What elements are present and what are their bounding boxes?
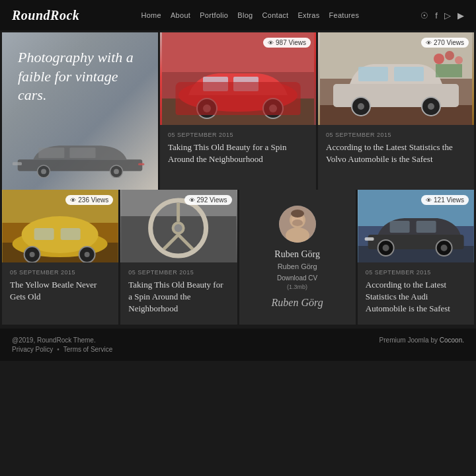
card-r2-beetle-body: 05 SEPTEMBER 2015 The Yellow Beatle Neve… — [2, 262, 118, 325]
footer-copyright: @2019, RoundRock Theme. — [12, 337, 112, 344]
eye-icon-steering — [189, 196, 195, 204]
svg-point-42 — [30, 252, 35, 257]
site-logo[interactable]: RoundRock — [12, 8, 79, 23]
eye-icon — [268, 39, 274, 46]
author-download[interactable]: Download CV — [277, 274, 317, 282]
nav-features[interactable]: Features — [329, 11, 359, 19]
svg-rect-8 — [138, 163, 144, 165]
svg-rect-64 — [416, 221, 436, 233]
svg-point-18 — [269, 104, 277, 112]
svg-rect-63 — [389, 221, 409, 233]
author-card: Ruben Görg Ruben Görg Download CV (1.3mb… — [239, 190, 356, 325]
card-r2-steering-date: 05 SEPTEMBER 2015 — [128, 269, 229, 276]
card-r1-1-body: 05 SEPTEMBER 2015 Taking This Old Beauty… — [160, 125, 316, 190]
svg-point-44 — [85, 252, 90, 257]
card-r1-2-body: 05 SEPTEMBER 2015 According to the Lates… — [318, 125, 474, 190]
card-r2-beetle-image: 236 Views — [2, 190, 118, 262]
card-r1-2-date: 05 SEPTEMBER 2015 — [326, 132, 466, 138]
svg-point-55 — [286, 227, 309, 243]
footer-right: Premium Joomla by Cocoon. — [379, 337, 464, 344]
svg-point-30 — [434, 54, 444, 64]
top-row: Photography with a faible for vintage ca… — [0, 30, 476, 190]
hero-tagline: Photography with a faible for vintage ca… — [18, 48, 142, 105]
footer-dot: • — [57, 346, 60, 353]
svg-point-68 — [440, 245, 447, 251]
author-file-size: (1.3mb) — [287, 284, 307, 290]
svg-rect-39 — [34, 228, 54, 240]
svg-rect-25 — [394, 67, 424, 81]
card-r2-hotrod-title: According to the Latest Statistics the A… — [366, 279, 466, 315]
main-nav: Home About Portfolio Blog Contact Extras… — [141, 11, 359, 19]
card-r1-2: 270 Views 05 SEPTEMBER 2015 According to… — [318, 32, 474, 190]
author-name-main: Ruben Görg — [274, 249, 320, 260]
views-badge-r2-steering: 292 Views — [184, 195, 232, 205]
svg-rect-24 — [358, 67, 388, 81]
nav-contact[interactable]: Contact — [262, 11, 288, 19]
card-r1-1-image: 987 Views — [160, 32, 316, 125]
card-r2-beetle: 236 Views 05 SEPTEMBER 2015 The Yellow B… — [2, 190, 118, 325]
youtube-icon[interactable]: ▶ — [457, 11, 464, 20]
svg-rect-40 — [61, 228, 81, 240]
social-icons: ☉ f ▷ ▶ — [420, 11, 464, 20]
svg-rect-2 — [69, 147, 95, 158]
nav-portfolio[interactable]: Portfolio — [200, 11, 228, 19]
nav-about[interactable]: About — [171, 11, 190, 19]
eye-icon-hotrod — [426, 196, 432, 204]
privacy-policy-link[interactable]: Privacy Policy — [12, 346, 53, 353]
terms-of-service-link[interactable]: Terms of Service — [63, 346, 112, 353]
svg-point-66 — [382, 245, 389, 251]
svg-point-58 — [291, 210, 304, 218]
cocoon-link[interactable]: Cocoon. — [440, 337, 464, 344]
svg-point-57 — [292, 219, 303, 226]
svg-rect-14 — [233, 77, 258, 91]
svg-point-16 — [203, 104, 211, 112]
views-badge-r2-hotrod: 121 Views — [421, 195, 469, 205]
instagram-icon[interactable]: ☉ — [420, 11, 428, 20]
card-r2-beetle-date: 05 SEPTEMBER 2015 — [10, 269, 110, 276]
author-name-sub: Ruben Görg — [278, 262, 317, 270]
svg-rect-33 — [436, 64, 462, 77]
card-r1-1-date: 05 SEPTEMBER 2015 — [168, 132, 308, 138]
author-signature: Ruben Görg — [272, 297, 323, 309]
svg-point-12 — [178, 79, 298, 112]
svg-point-52 — [175, 224, 182, 232]
svg-rect-0 — [18, 160, 143, 171]
author-avatar — [279, 206, 316, 243]
eye-icon-r1-2 — [426, 39, 432, 46]
card-r2-steering-title: Taking This Old Beauty for a Spin Around… — [128, 279, 229, 315]
vimeo-icon[interactable]: ▷ — [444, 11, 451, 20]
svg-rect-22 — [320, 105, 472, 125]
second-row: 236 Views 05 SEPTEMBER 2015 The Yellow B… — [0, 190, 476, 327]
footer-links: Privacy Policy • Terms of Service — [12, 346, 112, 353]
svg-point-32 — [455, 56, 463, 64]
card-r1-2-image: 270 Views — [318, 32, 474, 125]
site-header: RoundRock Home About Portfolio Blog Cont… — [0, 0, 476, 30]
svg-rect-11 — [162, 99, 314, 125]
svg-rect-7 — [13, 162, 22, 165]
svg-point-6 — [114, 169, 119, 175]
facebook-icon[interactable]: f — [435, 11, 438, 20]
views-badge-r2-beetle: 236 Views — [65, 195, 113, 205]
card-r2-steering-body: 05 SEPTEMBER 2015 Taking This Old Beauty… — [120, 262, 237, 325]
svg-point-15 — [197, 99, 217, 118]
svg-rect-13 — [203, 77, 228, 91]
nav-home[interactable]: Home — [141, 11, 161, 19]
card-r1-1: 987 Views 05 SEPTEMBER 2015 Taking This … — [160, 32, 316, 190]
svg-point-29 — [428, 103, 434, 110]
card-r1-1-title: Taking This Old Beauty for a Spin Around… — [168, 141, 308, 165]
footer-left: @2019, RoundRock Theme. Privacy Policy •… — [12, 337, 112, 353]
svg-rect-69 — [364, 237, 374, 241]
card-r1-2-title: According to the Latest Statistics the V… — [326, 141, 466, 165]
card-r2-hotrod-body: 05 SEPTEMBER 2015 According to the Lates… — [358, 262, 474, 325]
views-badge-r1-1: 987 Views — [263, 38, 311, 48]
card-r2-steering: 292 Views 05 SEPTEMBER 2015 Taking This … — [120, 190, 237, 325]
card-r2-hotrod: 121 Views 05 SEPTEMBER 2015 According to… — [358, 190, 474, 325]
views-badge-r1-2: 270 Views — [421, 38, 469, 48]
card-r2-hotrod-image: 121 Views — [358, 190, 474, 262]
nav-extras[interactable]: Extras — [298, 11, 319, 19]
card-r2-beetle-title: The Yellow Beatle Never Gets Old — [10, 279, 110, 303]
card-r2-steering-image: 292 Views — [120, 190, 237, 262]
hero-card: Photography with a faible for vintage ca… — [2, 32, 158, 190]
eye-icon-beetle — [70, 196, 76, 204]
nav-blog[interactable]: Blog — [237, 11, 253, 19]
